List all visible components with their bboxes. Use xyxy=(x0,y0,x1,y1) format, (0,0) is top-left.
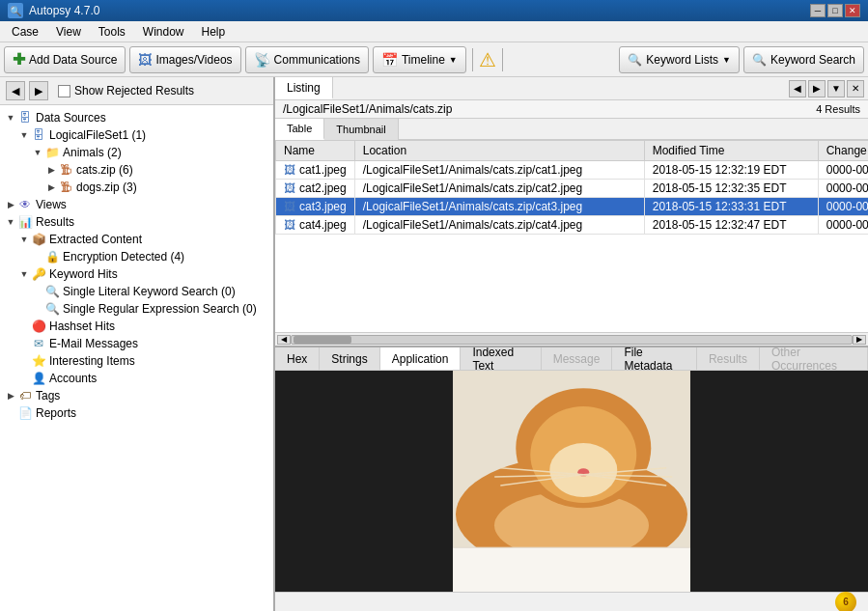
tree-node-logicalfileset1[interactable]: ▼ 🗄 LogicalFileSet1 (1) xyxy=(0,126,273,144)
expand-results[interactable]: ▼ xyxy=(4,215,17,229)
keyword-hits-icon: 🔑 xyxy=(31,266,46,282)
col-location[interactable]: Location xyxy=(354,141,644,161)
minimize-button[interactable]: ─ xyxy=(810,4,826,17)
menu-view[interactable]: View xyxy=(48,23,89,41)
tree-node-tags[interactable]: ▶ 🏷 Tags xyxy=(0,387,273,404)
tree-node-keyword-hits[interactable]: ▼ 🔑 Keyword Hits xyxy=(0,265,273,283)
horizontal-scrollbar[interactable]: ◀ ▶ xyxy=(275,332,868,346)
tab-strings[interactable]: Strings xyxy=(320,347,379,370)
tree-node-cats-zip[interactable]: ▶ 🗜 cats.zip (6) xyxy=(0,161,273,179)
accounts-label: Accounts xyxy=(49,372,97,385)
col-modified[interactable]: Modified Time xyxy=(644,141,818,161)
keyword-lists-button[interactable]: 🔍 Keyword Lists ▼ xyxy=(619,46,740,73)
show-rejected-checkbox[interactable] xyxy=(58,85,70,97)
tree-node-literal-search[interactable]: ▶ 🔍 Single Literal Keyword Search (0) xyxy=(0,283,273,300)
tree-node-hashset-hits[interactable]: ▶ 🔴 Hashset Hits xyxy=(0,318,273,335)
file-modified-cell: 2018-05-15 12:32:19 EDT xyxy=(644,161,818,180)
expand-views[interactable]: ▶ xyxy=(4,198,17,211)
tree-node-encryption[interactable]: ▶ 🔒 Encryption Detected (4) xyxy=(0,248,273,265)
file-change-cell: 0000-00-00 00:00:0 xyxy=(818,161,868,180)
menu-window[interactable]: Window xyxy=(135,23,192,41)
tab-file-metadata[interactable]: File Metadata xyxy=(612,347,696,370)
timeline-dropdown-icon: ▼ xyxy=(449,55,458,65)
table-row[interactable]: 🖼cat2.jpeg /LogicalFileSet1/Animals/cats… xyxy=(276,180,869,198)
communications-button[interactable]: 📡 Communications xyxy=(245,46,369,73)
listing-close-button[interactable]: ✕ xyxy=(847,80,864,97)
expand-keyword-hits[interactable]: ▼ xyxy=(17,267,31,281)
expand-logical[interactable]: ▼ xyxy=(17,128,31,142)
tab-hex[interactable]: Hex xyxy=(275,347,320,370)
expand-tags[interactable]: ▶ xyxy=(4,389,17,403)
expand-dogs[interactable]: ▶ xyxy=(44,181,58,194)
listing-menu-button[interactable]: ▼ xyxy=(827,80,845,97)
tags-icon: 🏷 xyxy=(17,388,33,403)
expand-extracted[interactable]: ▼ xyxy=(17,233,31,246)
dogs-zip-label: dogs.zip (3) xyxy=(76,181,137,194)
toolbar-separator-1 xyxy=(472,48,473,71)
status-bar: 6 xyxy=(275,592,868,611)
tree-node-extracted[interactable]: ▼ 📦 Extracted Content xyxy=(0,231,273,248)
reports-label: Reports xyxy=(36,406,76,420)
scroll-left[interactable]: ◀ xyxy=(277,335,291,345)
tree-node-accounts[interactable]: ▶ 👤 Accounts xyxy=(0,370,273,387)
title-bar-left: 🔍 Autopsy 4.7.0 xyxy=(8,3,99,18)
tree-node-views[interactable]: ▶ 👁 Views xyxy=(0,196,273,213)
col-name[interactable]: Name xyxy=(276,141,355,161)
tree-node-dogs-zip[interactable]: ▶ 🗜 dogs.zip (3) xyxy=(0,179,273,196)
table-row[interactable]: 🖼cat4.jpeg /LogicalFileSet1/Animals/cats… xyxy=(276,216,869,235)
show-rejected-container: Show Rejected Results xyxy=(52,82,200,99)
table-row[interactable]: 🖼cat3.jpeg /LogicalFileSet1/Animals/cats… xyxy=(276,198,869,216)
cats-zip-label: cats.zip (6) xyxy=(76,163,133,177)
hashset-label: Hashset Hits xyxy=(49,319,115,333)
tree-node-results[interactable]: ▼ 📊 Results xyxy=(0,213,273,231)
cat-image-svg xyxy=(275,371,868,592)
file-location-cell: /LogicalFileSet1/Animals/cats.zip/cat4.j… xyxy=(354,216,644,235)
tree-node-reports[interactable]: ▶ 📄 Reports xyxy=(0,404,273,422)
listing-prev-button[interactable]: ◀ xyxy=(789,80,806,97)
menu-tools[interactable]: Tools xyxy=(91,23,133,41)
images-videos-label: Images/Videos xyxy=(155,53,232,67)
forward-button[interactable]: ▶ xyxy=(29,81,48,100)
menu-help[interactable]: Help xyxy=(194,23,234,41)
expand-cats[interactable]: ▶ xyxy=(44,163,58,177)
tree-node-data-sources[interactable]: ▼ 🗄 Data Sources xyxy=(0,109,273,126)
timeline-button[interactable]: 📅 Timeline ▼ xyxy=(373,46,466,73)
maximize-button[interactable]: □ xyxy=(827,4,843,17)
keyword-search-button[interactable]: 🔍 Keyword Search xyxy=(743,46,864,73)
hashset-icon: 🔴 xyxy=(31,319,46,334)
tree-node-regex-search[interactable]: ▶ 🔍 Single Regular Expression Search (0) xyxy=(0,300,273,318)
data-sources-label: Data Sources xyxy=(36,111,106,125)
results-label: Results xyxy=(36,215,74,229)
communications-icon: 📡 xyxy=(254,52,270,68)
menu-case[interactable]: Case xyxy=(4,23,46,41)
scrollbar-track[interactable] xyxy=(291,335,853,345)
regex-search-icon: 🔍 xyxy=(44,301,60,317)
images-videos-button[interactable]: 🖼 Images/Videos xyxy=(129,46,240,73)
listing-next-button[interactable]: ▶ xyxy=(808,80,826,97)
add-data-source-button[interactable]: ✚ Add Data Source xyxy=(4,46,126,73)
scrollbar-thumb[interactable] xyxy=(294,336,351,344)
close-button[interactable]: ✕ xyxy=(845,4,860,17)
table-row[interactable]: 🖼cat1.jpeg /LogicalFileSet1/Animals/cats… xyxy=(276,161,869,180)
encryption-label: Encryption Detected (4) xyxy=(63,250,184,264)
expand-animals[interactable]: ▼ xyxy=(31,146,44,159)
file-location-cell: /LogicalFileSet1/Animals/cats.zip/cat3.j… xyxy=(354,198,644,216)
tab-other-occurrences: Other Occurrences xyxy=(760,347,868,370)
back-button[interactable]: ◀ xyxy=(6,81,25,100)
file-change-cell: 0000-00-00 00:00:0 xyxy=(818,198,868,216)
col-change[interactable]: Change Time xyxy=(818,141,868,161)
expand-data-sources[interactable]: ▼ xyxy=(4,111,17,125)
dogs-zip-icon: 🗜 xyxy=(58,180,73,195)
views-icon: 👁 xyxy=(17,197,33,212)
tab-indexed-text[interactable]: Indexed Text xyxy=(461,347,541,370)
literal-search-icon: 🔍 xyxy=(44,284,60,299)
thumbnail-tab[interactable]: Thumbnail xyxy=(324,119,398,140)
tree-node-email-messages[interactable]: ▶ ✉ E-Mail Messages xyxy=(0,335,273,352)
table-tab[interactable]: Table xyxy=(275,119,324,140)
tree-node-animals[interactable]: ▼ 📁 Animals (2) xyxy=(0,144,273,161)
tab-application[interactable]: Application xyxy=(380,347,462,370)
keyword-search-icon: 🔍 xyxy=(752,53,767,67)
scroll-right[interactable]: ▶ xyxy=(853,335,866,345)
tree-node-interesting-items[interactable]: ▶ ⭐ Interesting Items xyxy=(0,352,273,370)
listing-tab[interactable]: Listing xyxy=(275,77,333,99)
